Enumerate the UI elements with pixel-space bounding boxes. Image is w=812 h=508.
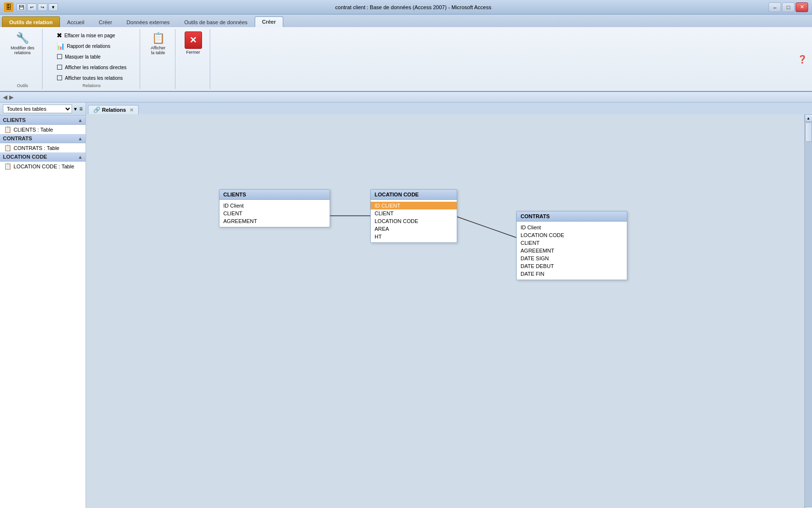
table-contrats: CONTRATS ID Client LOCATION CODE CLIENT … bbox=[516, 211, 627, 280]
btn-fermer[interactable]: ✕ Fermer bbox=[182, 30, 204, 56]
field-ht[interactable]: HT bbox=[371, 233, 457, 240]
btn-effacer[interactable]: ✖ Effacer la mise en page bbox=[54, 30, 117, 41]
field-id-client-loc[interactable]: ID CLIENT bbox=[371, 202, 457, 209]
effacer-label: Effacer la mise en page bbox=[64, 33, 115, 38]
table-clients: CLIENTS ID Client CLIENT AGREEMENT bbox=[219, 189, 330, 227]
nav-forward[interactable]: ▶ bbox=[9, 94, 14, 101]
field-id-client[interactable]: ID Client bbox=[219, 202, 330, 209]
field-date-debut[interactable]: DATE DEBUT bbox=[517, 262, 627, 270]
afficher-dir-icon: ☐ bbox=[57, 63, 63, 71]
field-date-fin[interactable]: DATE FIN bbox=[517, 270, 627, 278]
contrats-table-icon: 📋 bbox=[4, 144, 12, 151]
afficher-table-icon: 📋 bbox=[152, 32, 165, 45]
field-location-code[interactable]: LOCATION CODE bbox=[371, 217, 457, 225]
tab-outils-db[interactable]: Outils de base de données bbox=[177, 16, 255, 27]
field-client[interactable]: CLIENT bbox=[219, 209, 330, 217]
btn-modifier-relations[interactable]: 🔧 Modifier des relations bbox=[8, 30, 37, 57]
location-table-icon: 📋 bbox=[4, 163, 12, 170]
field-location-code-cont[interactable]: LOCATION CODE bbox=[517, 231, 627, 239]
canvas-scroll-area: CLIENTS ID Client CLIENT AGREEMENT LOCAT… bbox=[86, 114, 812, 508]
scroll-up-btn[interactable]: ▲ bbox=[805, 114, 812, 122]
table-contrats-header[interactable]: CONTRATS bbox=[517, 211, 627, 222]
tab-close-btn[interactable]: ✕ bbox=[130, 107, 133, 113]
sidebar-section-clients[interactable]: CLIENTS ▲ bbox=[0, 116, 86, 125]
masquer-icon: ☐ bbox=[57, 53, 63, 60]
rapport-icon: 📊 bbox=[57, 42, 65, 50]
content-area: Toutes les tables ▼ ≡ CLIENTS ▲ 📋 CLIENT… bbox=[0, 103, 812, 508]
field-date-sign[interactable]: DATE SIGN bbox=[517, 254, 627, 262]
sidebar: Toutes les tables ▼ ≡ CLIENTS ▲ 📋 CLIENT… bbox=[0, 103, 86, 508]
relations-items: ✖ Effacer la mise en page 📊 Rapport de r… bbox=[54, 30, 129, 83]
app-body: ◀ ▶ Toutes les tables ▼ ≡ CLIENTS ▲ 📋 CL… bbox=[0, 92, 812, 508]
dropdown-btn[interactable]: ▼ bbox=[48, 3, 58, 11]
nav-bar: ◀ ▶ bbox=[0, 92, 812, 103]
sidebar-section-contrats[interactable]: CONTRATS ▲ bbox=[0, 134, 86, 143]
sidebar-filter-arrow[interactable]: ▼ bbox=[73, 106, 78, 112]
field-area[interactable]: AREA bbox=[371, 225, 457, 233]
fermer-label: Fermer bbox=[186, 50, 200, 55]
afficher-group-label bbox=[158, 83, 159, 88]
table-location-header[interactable]: LOCATION CODE bbox=[371, 190, 457, 200]
btn-masquer[interactable]: ☐ Masquer la table bbox=[54, 51, 103, 62]
table-location-fields: ID CLIENT CLIENT LOCATION CODE AREA HT bbox=[371, 200, 457, 242]
close-button[interactable]: ✕ bbox=[796, 2, 808, 12]
tab-accueil[interactable]: Accueil bbox=[60, 16, 91, 27]
table-location-code: LOCATION CODE ID CLIENT CLIENT LOCATION … bbox=[370, 189, 457, 243]
modifier-icon: 🔧 bbox=[16, 32, 29, 45]
sidebar-section-location[interactable]: LOCATION CODE ▲ bbox=[0, 152, 86, 162]
field-id-client-cont[interactable]: ID Client bbox=[517, 224, 627, 231]
sidebar-clients-arrow: ▲ bbox=[78, 118, 83, 123]
afficher-all-label: Afficher toutes les relations bbox=[65, 75, 123, 81]
fermer-icon: ✕ bbox=[185, 31, 202, 49]
ribbon-group-afficher: 📋 Afficher la table bbox=[141, 29, 175, 89]
table-clients-header[interactable]: CLIENTS bbox=[219, 190, 330, 200]
relations-lines-svg bbox=[86, 114, 804, 453]
ribbon-group-outils: 🔧 Modifier des relations Outils bbox=[3, 29, 43, 89]
relations-group-label: Relations bbox=[83, 83, 101, 88]
ribbon-help-icon[interactable]: ❓ bbox=[798, 55, 807, 64]
title-bar-left: 🗄 💾 ↩ ↪ ▼ bbox=[4, 2, 58, 12]
afficher-table-label: Afficher la table bbox=[151, 45, 165, 55]
btn-rapport[interactable]: 📊 Rapport de relations bbox=[54, 41, 113, 51]
sidebar-filter-select[interactable]: Toutes les tables bbox=[3, 105, 72, 113]
canvas-inner: CLIENTS ID Client CLIENT AGREEMENT LOCAT… bbox=[86, 114, 804, 453]
tab-creer[interactable]: Créer bbox=[91, 16, 119, 27]
sidebar-item-contrats-table[interactable]: 📋 CONTRATS : Table bbox=[0, 143, 86, 152]
btn-afficher-table[interactable]: 📋 Afficher la table bbox=[146, 30, 170, 57]
afficher-dir-label: Afficher les relations directes bbox=[65, 65, 127, 70]
modifier-label: Modifier des relations bbox=[11, 45, 34, 55]
btn-afficher-toutes[interactable]: ☐ Afficher toutes les relations bbox=[54, 73, 125, 83]
outils-group-label: Outils bbox=[17, 83, 28, 88]
field-client-loc[interactable]: CLIENT bbox=[371, 209, 457, 217]
sidebar-item-location-table[interactable]: 📋 LOCATION CODE : Table bbox=[0, 162, 86, 171]
field-client-cont[interactable]: CLIENT bbox=[517, 239, 627, 247]
rapport-label: Rapport de relations bbox=[67, 44, 110, 49]
tab-donnees[interactable]: Données externes bbox=[119, 16, 177, 27]
scroll-track bbox=[805, 122, 812, 507]
save-quick-btn[interactable]: 💾 bbox=[16, 3, 26, 11]
sidebar-clients-table-label: CLIENTS : Table bbox=[14, 127, 53, 133]
sidebar-expand-icon[interactable]: ≡ bbox=[79, 105, 83, 112]
relations-tab-label: Relations bbox=[102, 107, 126, 113]
redo-btn[interactable]: ↪ bbox=[38, 3, 47, 11]
canvas: CLIENTS ID Client CLIENT AGREEMENT LOCAT… bbox=[86, 114, 804, 508]
afficher-items: 📋 Afficher la table bbox=[146, 30, 170, 83]
tab-creer2[interactable]: Créer bbox=[255, 16, 283, 27]
undo-btn[interactable]: ↩ bbox=[27, 3, 37, 11]
relations-tab[interactable]: 🔗 Relations ✕ bbox=[88, 105, 139, 114]
field-agreement[interactable]: AGREEMENT bbox=[219, 217, 330, 225]
minimize-button[interactable]: – bbox=[768, 2, 781, 12]
nav-back[interactable]: ◀ bbox=[3, 94, 7, 101]
sidebar-contrats-arrow: ▲ bbox=[78, 136, 83, 141]
table-contrats-fields: ID Client LOCATION CODE CLIENT AGREEEMNT… bbox=[517, 222, 627, 280]
tab-outils-relation[interactable]: Outils de relation bbox=[2, 16, 60, 27]
window-controls: – □ ✕ bbox=[768, 2, 808, 12]
title-bar: 🗄 💾 ↩ ↪ ▼ contrat client : Base de donné… bbox=[0, 0, 812, 15]
btn-afficher-directes[interactable]: ☐ Afficher les relations directes bbox=[54, 62, 129, 73]
right-scrollbar: ▲ ▼ bbox=[804, 114, 812, 508]
maximize-button[interactable]: □ bbox=[782, 2, 795, 12]
sidebar-header: Toutes les tables ▼ ≡ bbox=[0, 103, 86, 116]
sidebar-item-clients-table[interactable]: 📋 CLIENTS : Table bbox=[0, 125, 86, 134]
field-agreeemnt[interactable]: AGREEEMNT bbox=[517, 247, 627, 254]
scroll-thumb[interactable] bbox=[805, 122, 812, 142]
